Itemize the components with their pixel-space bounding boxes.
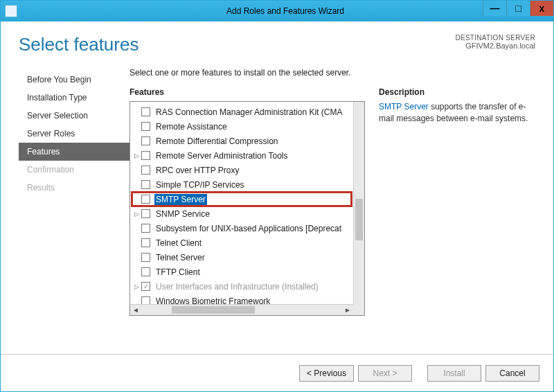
destination-server: DESTINATION SERVER GFIVM2.Bayan.local bbox=[455, 34, 535, 50]
window-title: Add Roles and Features Wizard bbox=[17, 6, 553, 16]
feature-label: Telnet Server bbox=[154, 252, 206, 263]
window-controls: — □ x bbox=[483, 1, 553, 16]
features-heading: Features bbox=[129, 87, 365, 97]
feature-item[interactable]: SMTP Server bbox=[132, 192, 352, 206]
feature-item[interactable]: Remote Differential Compression bbox=[132, 134, 352, 148]
previous-button[interactable]: < Previous bbox=[299, 365, 354, 382]
feature-label: Subsystem for UNIX-based Applications [D… bbox=[154, 223, 343, 234]
feature-label: SMTP Server bbox=[154, 194, 207, 205]
feature-label: Simple TCP/IP Services bbox=[154, 179, 246, 190]
instruction-text: Select one or more features to install o… bbox=[129, 68, 535, 78]
step-installation-type[interactable]: Installation Type bbox=[19, 89, 129, 107]
features-column: Features RAS Connection Manager Administ… bbox=[129, 87, 365, 354]
feature-checkbox[interactable] bbox=[141, 166, 150, 175]
feature-label: SNMP Service bbox=[154, 208, 211, 220]
maximize-button[interactable]: □ bbox=[506, 1, 530, 16]
feature-checkbox[interactable] bbox=[141, 296, 150, 304]
feature-item[interactable]: Telnet Server bbox=[132, 250, 352, 265]
feature-item[interactable]: Windows Biometric Framework bbox=[132, 294, 352, 304]
cancel-button[interactable]: Cancel bbox=[485, 365, 539, 382]
vertical-scroll-thumb[interactable] bbox=[355, 199, 363, 240]
header-row: Select features DESTINATION SERVER GFIVM… bbox=[19, 34, 535, 55]
horizontal-scrollbar[interactable]: ◄ ► bbox=[130, 304, 353, 315]
description-heading: Description bbox=[379, 87, 535, 97]
feature-label: Remote Assistance bbox=[154, 121, 229, 132]
feature-checkbox[interactable] bbox=[141, 151, 150, 160]
feature-item[interactable]: Simple TCP/IP Services bbox=[132, 177, 352, 192]
feature-checkbox[interactable] bbox=[141, 253, 150, 262]
feature-label: Telnet Client bbox=[154, 238, 203, 249]
step-results: Results bbox=[19, 179, 129, 197]
scroll-corner bbox=[353, 304, 364, 315]
description-column: Description SMTP Server supports the tra… bbox=[365, 87, 535, 354]
feature-checkbox[interactable] bbox=[141, 209, 150, 218]
feature-checkbox[interactable] bbox=[141, 107, 150, 116]
feature-label: RAS Connection Manager Administration Ki… bbox=[154, 107, 343, 118]
step-confirmation: Confirmation bbox=[19, 161, 129, 179]
feature-label: RPC over HTTP Proxy bbox=[154, 165, 240, 176]
feature-item[interactable]: TFTP Client bbox=[132, 265, 352, 279]
feature-checkbox[interactable] bbox=[141, 136, 150, 145]
minimize-button[interactable]: — bbox=[483, 1, 506, 16]
feature-item[interactable]: RAS Connection Manager Administration Ki… bbox=[132, 105, 352, 119]
dest-label: DESTINATION SERVER bbox=[455, 34, 535, 42]
page-title: Select features bbox=[19, 34, 138, 55]
feature-label: Remote Differential Compression bbox=[154, 136, 280, 147]
dest-name: GFIVM2.Bayan.local bbox=[455, 42, 535, 50]
columns: Features RAS Connection Manager Administ… bbox=[129, 87, 535, 354]
feature-item[interactable]: Subsystem for UNIX-based Applications [D… bbox=[132, 221, 352, 235]
scroll-left-icon[interactable]: ◄ bbox=[130, 305, 141, 315]
step-before-you-begin[interactable]: Before You Begin bbox=[19, 71, 129, 89]
wizard-window: Add Roles and Features Wizard — □ x Sele… bbox=[0, 0, 554, 392]
feature-checkbox[interactable] bbox=[141, 195, 150, 204]
features-listbox[interactable]: RAS Connection Manager Administration Ki… bbox=[129, 101, 365, 316]
features-tree: RAS Connection Manager Administration Ki… bbox=[130, 102, 353, 304]
feature-label: Windows Biometric Framework bbox=[154, 296, 271, 305]
description-text: SMTP Server supports the transfer of e-m… bbox=[379, 101, 535, 125]
vertical-scrollbar[interactable] bbox=[353, 102, 364, 304]
description-link: SMTP Server bbox=[379, 102, 429, 112]
feature-checkbox[interactable] bbox=[141, 180, 150, 189]
next-button[interactable]: Next > bbox=[358, 365, 412, 382]
step-server-selection[interactable]: Server Selection bbox=[19, 107, 129, 125]
expand-icon[interactable]: ▷ bbox=[132, 283, 141, 290]
feature-item[interactable]: RPC over HTTP Proxy bbox=[132, 163, 352, 177]
scroll-right-icon[interactable]: ► bbox=[342, 305, 353, 315]
main-panel: Select one or more features to install o… bbox=[129, 68, 535, 354]
feature-checkbox[interactable] bbox=[141, 224, 150, 233]
app-icon bbox=[5, 5, 17, 17]
close-button[interactable]: x bbox=[530, 1, 553, 16]
feature-checkbox[interactable] bbox=[141, 122, 150, 131]
content-area: Select features DESTINATION SERVER GFIVM… bbox=[1, 21, 553, 354]
horizontal-scroll-thumb[interactable] bbox=[172, 306, 255, 314]
feature-label: User Interfaces and Infrastructure (Inst… bbox=[154, 281, 320, 292]
feature-item[interactable]: ▷✓User Interfaces and Infrastructure (In… bbox=[132, 279, 352, 294]
body-row: Before You BeginInstallation TypeServer … bbox=[19, 68, 535, 354]
feature-item[interactable]: ▷SNMP Service bbox=[132, 206, 352, 221]
feature-checkbox[interactable] bbox=[141, 238, 150, 247]
feature-checkbox[interactable]: ✓ bbox=[141, 282, 150, 291]
feature-checkbox[interactable] bbox=[141, 267, 150, 276]
step-server-roles[interactable]: Server Roles bbox=[19, 125, 129, 143]
expand-icon[interactable]: ▷ bbox=[132, 211, 141, 217]
feature-item[interactable]: Telnet Client bbox=[132, 235, 352, 250]
feature-item[interactable]: Remote Assistance bbox=[132, 119, 352, 134]
step-features[interactable]: Features bbox=[19, 143, 129, 161]
footer-buttons: < Previous Next > Install Cancel bbox=[1, 354, 553, 391]
steps-sidebar: Before You BeginInstallation TypeServer … bbox=[19, 68, 129, 354]
title-bar: Add Roles and Features Wizard — □ x bbox=[1, 1, 553, 21]
feature-label: TFTP Client bbox=[154, 267, 202, 278]
feature-label: Remote Server Administration Tools bbox=[154, 150, 289, 161]
install-button[interactable]: Install bbox=[427, 365, 481, 382]
expand-icon[interactable]: ▷ bbox=[132, 152, 141, 159]
feature-item[interactable]: ▷Remote Server Administration Tools bbox=[132, 148, 352, 163]
